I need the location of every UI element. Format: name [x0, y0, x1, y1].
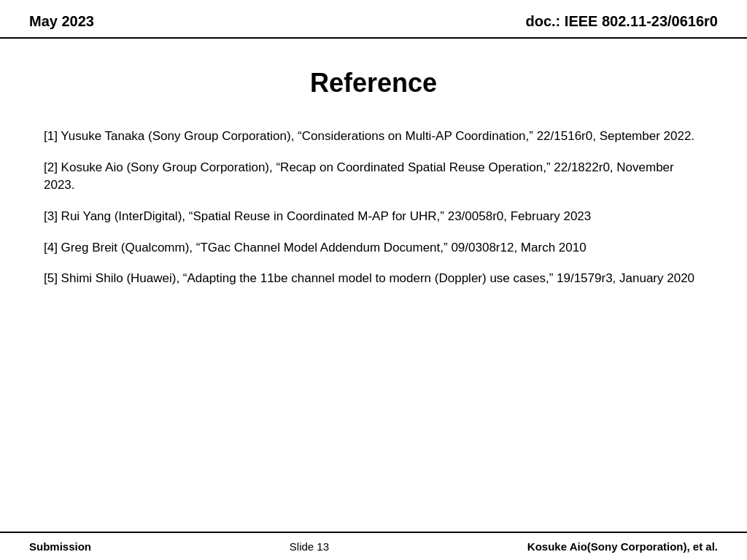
- reference-item-4: [4] Greg Breit (Qualcomm), “TGac Channel…: [44, 239, 703, 257]
- reference-item-2: [2] Kosuke Aio (Sony Group Corporation),…: [44, 159, 703, 195]
- slide: May 2023 doc.: IEEE 802.11-23/0616r0 Ref…: [0, 0, 747, 560]
- main-content: Reference [1] Yusuke Tanaka (Sony Group …: [0, 39, 747, 532]
- references-list: [1] Yusuke Tanaka (Sony Group Corporatio…: [44, 128, 703, 288]
- reference-item-3: [3] Rui Yang (InterDigital), “Spatial Re…: [44, 208, 703, 226]
- header-date: May 2023: [29, 13, 94, 30]
- slide-footer: Submission Slide 13 Kosuke Aio(Sony Corp…: [0, 532, 747, 560]
- header-doc-id: doc.: IEEE 802.11-23/0616r0: [526, 13, 719, 30]
- footer-slide-number: Slide 13: [290, 540, 329, 553]
- footer-author: Kosuke Aio(Sony Corporation), et al.: [527, 540, 718, 553]
- slide-header: May 2023 doc.: IEEE 802.11-23/0616r0: [0, 0, 747, 39]
- reference-item-1: [1] Yusuke Tanaka (Sony Group Corporatio…: [44, 128, 703, 146]
- footer-submission-label: Submission: [29, 540, 91, 553]
- page-title: Reference: [44, 68, 703, 98]
- reference-item-5: [5] Shimi Shilo (Huawei), “Adapting the …: [44, 270, 703, 288]
